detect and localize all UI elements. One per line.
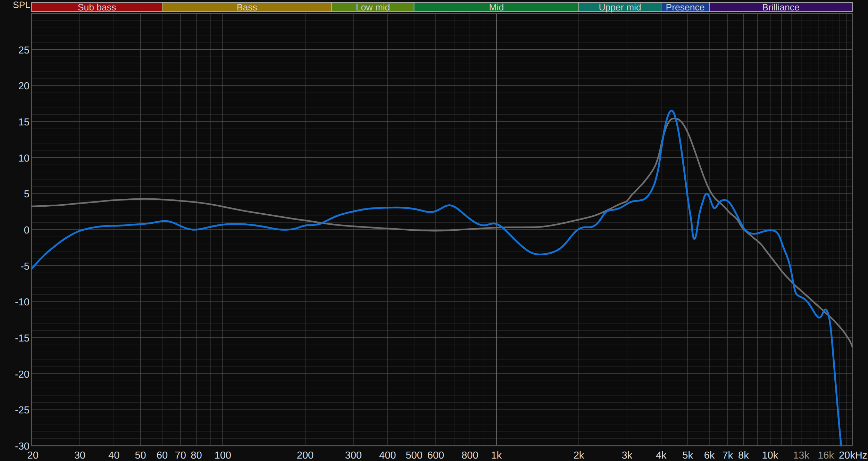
svg-text:60: 60 (157, 450, 168, 461)
svg-text:15: 15 (18, 117, 30, 128)
svg-text:2k: 2k (574, 450, 584, 461)
svg-text:25: 25 (18, 45, 30, 56)
svg-text:-5: -5 (20, 261, 30, 272)
svg-text:30: 30 (74, 450, 85, 461)
svg-text:-15: -15 (15, 333, 30, 344)
svg-text:4k: 4k (656, 450, 667, 461)
svg-text:Mid: Mid (489, 2, 504, 13)
svg-text:20kHz: 20kHz (839, 450, 867, 461)
svg-text:10k: 10k (762, 450, 778, 461)
svg-text:800: 800 (461, 450, 478, 461)
svg-text:10: 10 (18, 153, 30, 164)
svg-text:20: 20 (18, 81, 30, 92)
svg-text:Low mid: Low mid (356, 2, 390, 13)
svg-text:5k: 5k (682, 450, 693, 461)
svg-text:3k: 3k (621, 450, 632, 461)
svg-text:80: 80 (191, 450, 202, 461)
svg-text:100: 100 (215, 450, 231, 461)
svg-text:-25: -25 (15, 405, 30, 416)
svg-text:7k: 7k (722, 450, 733, 461)
svg-text:SPL: SPL (13, 0, 30, 10)
svg-text:5: 5 (24, 189, 30, 200)
svg-text:13k: 13k (793, 450, 809, 461)
svg-text:200: 200 (297, 450, 314, 461)
svg-text:Bass: Bass (237, 2, 257, 13)
svg-text:Brilliance: Brilliance (762, 2, 800, 13)
svg-text:6k: 6k (704, 450, 715, 461)
svg-text:300: 300 (345, 450, 362, 461)
svg-text:8k: 8k (738, 450, 749, 461)
svg-text:20: 20 (27, 450, 39, 461)
svg-text:400: 400 (379, 450, 396, 461)
svg-text:Sub bass: Sub bass (78, 2, 116, 13)
svg-text:600: 600 (427, 450, 444, 461)
svg-text:-20: -20 (15, 369, 30, 380)
svg-text:0: 0 (24, 225, 30, 236)
svg-text:40: 40 (108, 450, 119, 461)
svg-text:-10: -10 (15, 297, 30, 308)
svg-text:Upper mid: Upper mid (599, 2, 641, 13)
svg-text:16k: 16k (818, 450, 834, 461)
svg-text:70: 70 (175, 450, 186, 461)
svg-text:50: 50 (135, 450, 146, 461)
svg-text:Presence: Presence (666, 2, 705, 13)
svg-text:1k: 1k (491, 450, 502, 461)
svg-text:500: 500 (406, 450, 422, 461)
